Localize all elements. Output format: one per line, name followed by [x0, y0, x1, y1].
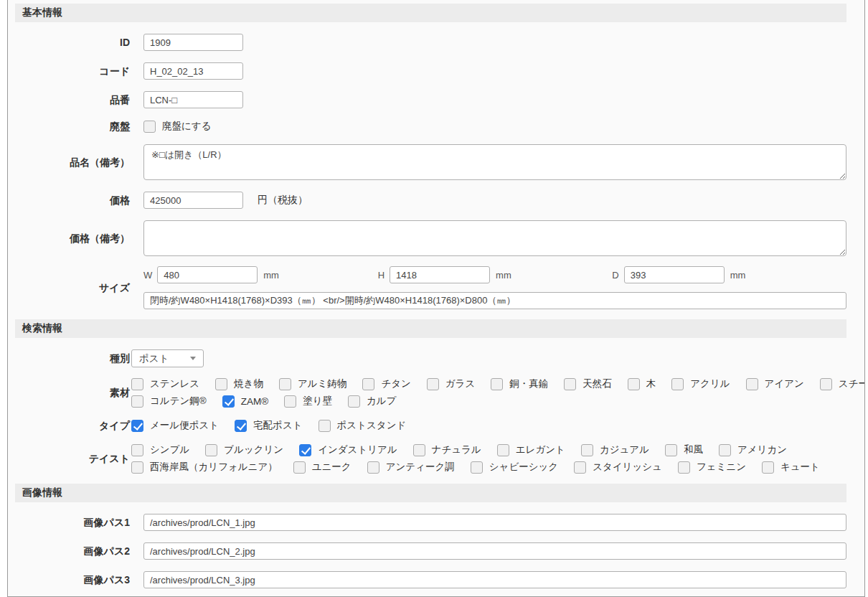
part-no-input[interactable]	[143, 91, 243, 108]
checkbox-checked[interactable]	[299, 444, 311, 456]
row-image-path-3: 画像パス3	[15, 571, 846, 588]
checkbox-option[interactable]: 天然石	[564, 377, 612, 390]
checkbox-option[interactable]: アクリル	[671, 377, 730, 390]
part-no-label: 品番	[15, 94, 130, 106]
checkbox-option-label: キュート	[780, 461, 820, 474]
checkbox-unchecked[interactable]	[279, 378, 291, 390]
checkbox-unchecked[interactable]	[131, 444, 143, 456]
checkbox-option[interactable]: ユニーク	[293, 461, 352, 474]
size-depth-group: D mm	[612, 266, 846, 283]
checkbox-unchecked[interactable]	[205, 444, 217, 456]
checkbox-option[interactable]: アイアン	[746, 377, 804, 390]
size-w-input[interactable]	[157, 266, 258, 283]
checkbox-option[interactable]: シャビーシック	[471, 461, 558, 474]
checkbox-checked[interactable]	[222, 395, 235, 408]
checkbox-option[interactable]: 西海岸風（カリフォルニア）	[131, 461, 278, 474]
checkbox-option[interactable]: ブルックリン	[205, 443, 283, 456]
checkbox-unchecked[interactable]	[491, 378, 503, 390]
checkbox-unchecked[interactable]	[362, 378, 374, 390]
checkbox-option-label: ガラス	[445, 377, 475, 390]
checkbox-unchecked[interactable]	[497, 444, 509, 456]
checkbox-unchecked[interactable]	[413, 444, 425, 456]
checkbox-option[interactable]: ガラス	[427, 377, 475, 390]
discontinued-checkbox-item[interactable]: 廃盤にする	[143, 120, 211, 133]
checkbox-option[interactable]: 焼き物	[215, 377, 263, 390]
checkbox-option[interactable]: スタイリッシュ	[574, 461, 662, 474]
checkbox-unchecked[interactable]	[284, 395, 296, 408]
checkbox-option[interactable]: スチール	[820, 377, 865, 390]
image-path-1-label: 画像パス1	[15, 517, 130, 529]
checkbox-option[interactable]: アンティーク調	[367, 461, 455, 474]
image-path-1-input[interactable]	[143, 514, 846, 531]
checkbox-option[interactable]: アルミ鋳物	[279, 377, 346, 390]
checkbox-option-label: スタイリッシュ	[593, 461, 662, 474]
checkbox-option[interactable]: 和風	[665, 443, 703, 456]
checkbox-unchecked[interactable]	[671, 378, 684, 390]
checkbox-unchecked[interactable]	[293, 461, 306, 474]
checkbox-unchecked[interactable]	[746, 378, 758, 390]
checkbox-unchecked[interactable]	[820, 378, 832, 390]
size-note-input[interactable]	[143, 292, 846, 309]
checkbox-unchecked[interactable]	[628, 378, 640, 390]
checkbox-unchecked[interactable]	[427, 378, 439, 390]
checkbox-option[interactable]: フェミニン	[678, 461, 746, 474]
checkbox-option[interactable]: 塗り壁	[284, 395, 332, 408]
price-note-textarea[interactable]	[143, 220, 846, 256]
checkbox-option[interactable]: エレガント	[497, 443, 565, 456]
checkbox-option-label: カルプ	[367, 395, 396, 408]
size-d-input[interactable]	[624, 266, 725, 283]
checkbox-option[interactable]: シンプル	[131, 443, 189, 456]
type-checkbox-group: メール便ポスト宅配ポストポストスタンド	[131, 419, 846, 432]
checkbox-unchecked[interactable]	[215, 378, 227, 390]
checkbox-unchecked[interactable]	[564, 378, 576, 390]
checkbox-unchecked[interactable]	[348, 395, 360, 408]
name-note-textarea[interactable]: ※□は開き（L/R）	[143, 144, 846, 180]
checkbox-unchecked[interactable]	[131, 378, 143, 390]
discontinued-checkbox[interactable]	[143, 121, 156, 133]
checkbox-unchecked[interactable]	[367, 461, 379, 474]
checkbox-option[interactable]: ナチュラル	[413, 443, 481, 456]
row-type: タイプ メール便ポスト宅配ポストポストスタンド	[15, 419, 846, 432]
checkbox-unchecked[interactable]	[678, 461, 690, 474]
checkbox-unchecked[interactable]	[131, 395, 143, 408]
checkbox-option-label: インダストリアル	[318, 443, 397, 456]
checkbox-unchecked[interactable]	[581, 444, 593, 456]
checkbox-unchecked[interactable]	[471, 461, 483, 474]
checkbox-unchecked[interactable]	[574, 461, 586, 474]
section-header-images: 画像情報	[15, 484, 846, 502]
checkbox-option[interactable]: キュート	[762, 461, 820, 474]
kind-select[interactable]: ポスト	[131, 349, 204, 367]
checkbox-unchecked[interactable]	[665, 444, 677, 456]
id-input[interactable]	[143, 34, 243, 51]
checkbox-option[interactable]: インダストリアル	[299, 443, 397, 456]
checkbox-unchecked[interactable]	[319, 420, 331, 432]
checkbox-option[interactable]: アメリカン	[719, 443, 787, 456]
checkbox-option[interactable]: 銅・真鍮	[491, 377, 548, 390]
checkbox-option-label: シンプル	[150, 443, 189, 456]
size-h-input[interactable]	[390, 266, 490, 283]
checkbox-option[interactable]: ステンレス	[131, 377, 199, 390]
checkbox-checked[interactable]	[235, 420, 247, 432]
size-h-label: H	[378, 270, 385, 281]
kind-select-value: ポスト	[139, 352, 169, 365]
checkbox-option-label: 西海岸風（カリフォルニア）	[150, 461, 278, 474]
checkbox-option[interactable]: 木	[628, 377, 656, 390]
checkbox-option[interactable]: カジュアル	[581, 443, 649, 456]
checkbox-unchecked[interactable]	[762, 461, 774, 474]
image-path-3-input[interactable]	[143, 571, 846, 588]
checkbox-unchecked[interactable]	[131, 461, 143, 474]
row-price: 価格 円（税抜）	[15, 192, 846, 209]
checkbox-checked[interactable]	[131, 420, 143, 432]
checkbox-option[interactable]: 宅配ポスト	[235, 419, 302, 432]
code-input[interactable]	[143, 62, 243, 80]
image-path-2-input[interactable]	[143, 542, 846, 560]
checkbox-unchecked[interactable]	[719, 444, 731, 456]
checkbox-option[interactable]: チタン	[362, 377, 410, 390]
checkbox-option[interactable]: コルテン鋼®	[131, 395, 207, 408]
checkbox-option[interactable]: カルプ	[348, 395, 396, 408]
checkbox-option[interactable]: ポストスタンド	[319, 419, 407, 432]
price-input[interactable]	[143, 192, 243, 209]
checkbox-option[interactable]: メール便ポスト	[131, 419, 219, 432]
product-edit-page: 基本情報 ID コード 品番 廃盤 廃盤にする 品名（備考） ※□は開き（L/R…	[7, 0, 865, 597]
checkbox-option[interactable]: ZAM®	[222, 395, 268, 408]
